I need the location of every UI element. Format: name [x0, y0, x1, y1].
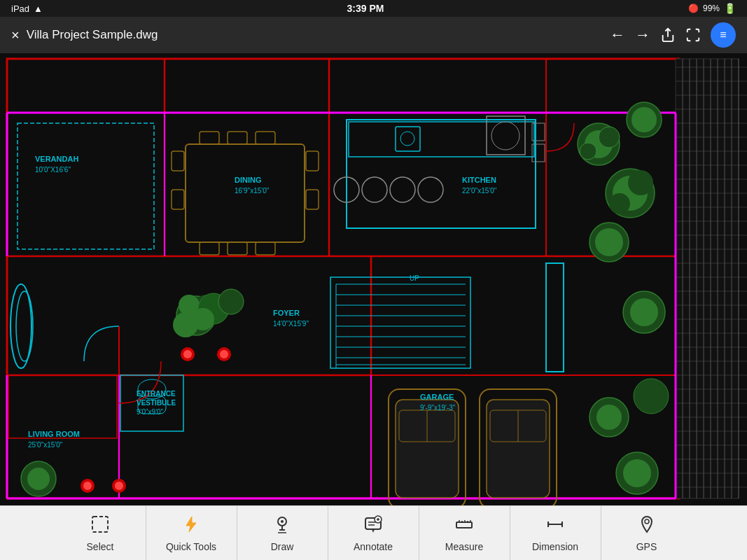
svg-point-106	[183, 350, 192, 358]
quick-tools-tool[interactable]: Quick Tools	[146, 506, 237, 561]
title-bar: × Villa Project Sample.dwg ← → ≡	[0, 17, 747, 53]
svg-text:22'0"x15'0": 22'0"x15'0"	[462, 187, 497, 195]
svg-point-108	[220, 350, 228, 358]
lightning-icon	[181, 514, 201, 538]
gps-tool[interactable]: GPS	[601, 506, 692, 561]
svg-point-93	[595, 228, 623, 256]
svg-text:10'0"X16'6": 10'0"X16'6"	[35, 166, 71, 174]
battery-icon: 🔋	[724, 3, 736, 14]
wifi-icon: ▲	[34, 4, 43, 14]
draw-tool[interactable]: Draw	[237, 506, 328, 561]
svg-text:FOYER: FOYER	[273, 309, 300, 317]
title-left: × Villa Project Sample.dwg	[11, 27, 158, 43]
hamburger-icon: ≡	[720, 29, 726, 41]
svg-point-115	[83, 482, 92, 490]
bottom-toolbar: Select Quick Tools Draw	[0, 505, 747, 560]
expand-button[interactable]	[685, 27, 701, 43]
svg-point-85	[599, 127, 620, 148]
svg-marker-170	[186, 517, 196, 532]
svg-text:25'0"x15'0": 25'0"x15'0"	[28, 441, 63, 449]
svg-marker-179	[372, 529, 375, 533]
svg-rect-183	[456, 522, 472, 528]
annotate-icon	[363, 514, 383, 538]
svg-marker-193	[559, 523, 562, 526]
svg-text:LIVING ROOM: LIVING ROOM	[28, 430, 80, 438]
svg-text:UP: UP	[410, 274, 419, 282]
draw-icon	[272, 514, 292, 538]
select-tool[interactable]: Select	[55, 506, 146, 561]
svg-rect-169	[92, 517, 108, 532]
svg-text:VESTIBULE: VESTIBULE	[137, 399, 176, 407]
svg-point-84	[580, 143, 596, 160]
measure-label: Measure	[445, 541, 483, 552]
svg-point-91	[628, 170, 653, 195]
svg-point-113	[27, 468, 50, 490]
svg-rect-2	[676, 59, 739, 498]
svg-text:GARAGE: GARAGE	[420, 393, 454, 401]
svg-text:14'0"X15'9": 14'0"X15'9"	[273, 320, 309, 328]
forward-button[interactable]: →	[635, 26, 650, 44]
select-label: Select	[87, 541, 114, 552]
svg-point-172	[281, 520, 284, 523]
svg-point-98	[634, 379, 669, 414]
svg-point-97	[596, 405, 622, 430]
gps-icon	[637, 514, 657, 538]
svg-text:KITCHEN: KITCHEN	[462, 176, 496, 184]
dimension-icon	[545, 514, 565, 538]
dimension-label: Dimension	[532, 541, 578, 552]
svg-text:DINING: DINING	[235, 176, 262, 184]
svg-text:9'0"x9'0": 9'0"x9'0"	[137, 408, 164, 416]
battery-pct: 99%	[703, 4, 720, 13]
select-icon	[90, 514, 110, 538]
share-button[interactable]	[660, 27, 676, 43]
bluetooth-icon: 🔴	[688, 4, 699, 13]
close-button[interactable]: ×	[11, 27, 20, 43]
svg-text:VERANDAH: VERANDAH	[35, 155, 78, 163]
title-right: ← → ≡	[610, 22, 736, 48]
svg-point-87	[631, 107, 657, 132]
svg-text:ENTRANCE: ENTRANCE	[137, 390, 176, 398]
svg-point-90	[609, 193, 630, 214]
svg-marker-192	[548, 523, 551, 526]
status-time: 3:39 PM	[347, 3, 384, 14]
back-button[interactable]: ←	[610, 26, 625, 44]
annotate-tool[interactable]: Annotate	[328, 506, 419, 561]
status-bar: iPad ▲ 3:39 PM 🔴 99% 🔋	[0, 0, 747, 17]
svg-text:9'-9"x19'-3": 9'-9"x19'-3"	[420, 404, 456, 412]
measure-icon	[454, 514, 474, 538]
menu-button[interactable]: ≡	[711, 22, 736, 48]
annotate-label: Annotate	[354, 541, 393, 552]
svg-text:16'9"x15'0": 16'9"x15'0"	[235, 187, 270, 195]
document-title: Villa Project Sample.dwg	[27, 28, 158, 42]
svg-point-111	[218, 289, 244, 314]
gps-label: GPS	[636, 541, 657, 552]
dimension-tool[interactable]: Dimension	[510, 506, 601, 561]
svg-point-194	[645, 519, 649, 524]
device-label: iPad	[11, 4, 29, 14]
floor-plan: UP	[0, 53, 747, 505]
svg-point-117	[115, 482, 123, 490]
quick-tools-label: Quick Tools	[166, 541, 216, 552]
svg-point-110	[192, 308, 214, 330]
measure-tool[interactable]: Measure	[419, 506, 510, 561]
draw-label: Draw	[271, 541, 294, 552]
svg-point-100	[623, 459, 651, 487]
svg-point-95	[630, 298, 658, 326]
status-left: iPad ▲	[11, 4, 43, 14]
status-right: 🔴 99% 🔋	[688, 3, 736, 14]
canvas-area[interactable]: UP	[0, 53, 747, 505]
